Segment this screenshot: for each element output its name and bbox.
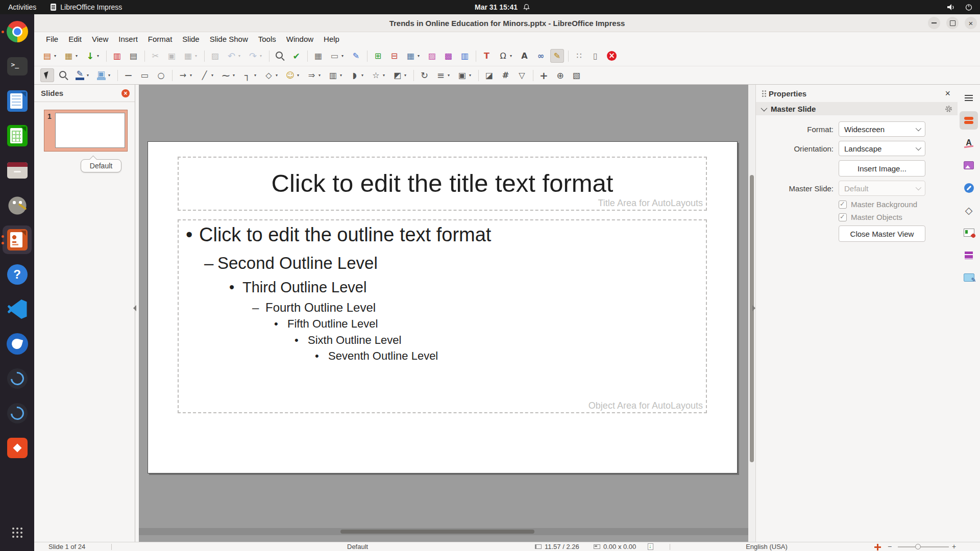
spelling-button[interactable] [289, 49, 303, 63]
format-dropdown[interactable]: Widescreen [839, 121, 925, 137]
zoom-button[interactable] [57, 68, 70, 82]
shadow-button[interactable] [482, 68, 496, 82]
panel-drag-handle-icon[interactable] [762, 90, 764, 92]
close-master-view-button[interactable]: Close Master View [839, 226, 925, 242]
title-placeholder[interactable]: Click to edit the title text format Titl… [178, 157, 707, 211]
align-button[interactable]: ▾ [434, 68, 453, 82]
curve-dropdown-arrow-icon[interactable]: ▾ [233, 73, 237, 78]
fontwork-button[interactable] [518, 49, 531, 63]
3d-objects-button[interactable]: ▾ [390, 68, 409, 82]
find-replace-button[interactable] [273, 49, 287, 63]
dock-impress[interactable] [0, 222, 34, 257]
rectangle-button[interactable] [138, 68, 152, 82]
sidebar-tab-animation[interactable] [960, 246, 978, 264]
cut-button[interactable] [149, 49, 162, 63]
menu-edit[interactable]: Edit [63, 32, 87, 45]
menu-insert[interactable]: Insert [113, 32, 143, 45]
display-views-dropdown-arrow-icon[interactable]: ▾ [341, 54, 346, 58]
connector-dropdown-arrow-icon[interactable]: ▾ [254, 73, 259, 78]
new-master-button[interactable] [371, 49, 385, 63]
paste-dropdown-arrow-icon[interactable]: ▾ [195, 54, 200, 58]
glue-points-button[interactable] [553, 68, 567, 82]
horizontal-scrollbar-thumb[interactable] [340, 530, 534, 534]
horizontal-scrollbar[interactable] [139, 528, 748, 535]
dock-terminal[interactable] [0, 49, 34, 84]
stars-dropdown-arrow-icon[interactable]: ▾ [383, 73, 387, 78]
sidebar-tab-navigator[interactable] [960, 179, 978, 197]
dock-app-circle-2[interactable] [0, 396, 34, 431]
delete-master-button[interactable] [387, 49, 401, 63]
line-ends-arrow-button[interactable]: ▾ [176, 68, 195, 82]
select-button[interactable] [40, 68, 54, 82]
stars-button[interactable]: ▾ [369, 68, 388, 82]
special-character-dropdown-arrow-icon[interactable]: ▾ [510, 54, 514, 58]
sidebar-tab-gallery[interactable] [960, 156, 978, 174]
dock-chrome[interactable] [0, 14, 34, 49]
minimize-button[interactable] [928, 17, 940, 29]
insert-table-button[interactable]: ▾ [404, 49, 423, 63]
close-button[interactable]: × [965, 17, 977, 29]
line-color-button[interactable]: ▾ [73, 68, 92, 82]
panel-collapse-handle-left[interactable] [133, 305, 136, 311]
activities-button[interactable]: Activities [8, 3, 36, 11]
edit-points-button[interactable] [537, 68, 551, 82]
fill-color-button[interactable]: ▾ [94, 68, 113, 82]
insert-text-box-button[interactable] [480, 49, 494, 63]
symbol-shapes-button[interactable]: ▾ [283, 68, 302, 82]
special-character-button[interactable]: ▾ [496, 49, 515, 63]
dock-calc[interactable] [0, 118, 34, 153]
insert-chart-button[interactable] [458, 49, 472, 63]
fill-color-dropdown-arrow-icon[interactable]: ▾ [108, 73, 113, 78]
zoom-in-button[interactable]: + [952, 542, 956, 550]
snap-to-grid-button[interactable] [572, 49, 586, 63]
insert-image-button[interactable] [425, 49, 439, 63]
insert-image-button[interactable]: Insert Image... [839, 160, 925, 177]
section-settings-gear-icon[interactable] [945, 105, 952, 113]
display-grid-button[interactable] [311, 49, 325, 63]
flowchart-button[interactable]: ▾ [326, 68, 345, 82]
menu-format[interactable]: Format [143, 32, 178, 45]
arrange-button[interactable]: ▾ [455, 68, 474, 82]
copy-button[interactable] [165, 49, 179, 63]
callouts-button[interactable]: ▾ [348, 68, 366, 82]
paste-button[interactable]: ▾ [181, 49, 200, 63]
menu-help[interactable]: Help [318, 32, 345, 45]
new-document-dropdown-arrow-icon[interactable]: ▾ [54, 54, 59, 58]
connector-button[interactable]: ▾ [240, 68, 259, 82]
master-slide-dropdown[interactable]: Default [839, 181, 925, 196]
maximize-button[interactable] [946, 17, 959, 29]
zoom-slider-knob[interactable] [915, 544, 921, 549]
menu-view[interactable]: View [87, 32, 113, 45]
dock-writer[interactable] [0, 84, 34, 118]
undo-dropdown-arrow-icon[interactable]: ▾ [238, 54, 243, 58]
dock-vscode[interactable] [0, 292, 34, 327]
orientation-dropdown[interactable]: Landscape [839, 141, 925, 156]
sidebar-tab-menu[interactable] [960, 89, 978, 107]
edit-mode-button[interactable] [349, 49, 363, 63]
sidebar-tab-master-slides[interactable] [960, 223, 978, 242]
menu-slide-show[interactable]: Slide Show [205, 32, 253, 45]
show-draw-functions-button[interactable] [550, 49, 564, 63]
clone-formatting-button[interactable] [208, 49, 222, 63]
sidebar-tab-properties[interactable] [960, 111, 978, 130]
dock-gimp[interactable] [0, 188, 34, 222]
arrange-dropdown-arrow-icon[interactable]: ▾ [469, 73, 474, 78]
master-slide-section-header[interactable]: Master Slide [756, 102, 958, 115]
open-dropdown-arrow-icon[interactable]: ▾ [76, 54, 80, 58]
vertical-scrollbar-thumb[interactable] [750, 175, 754, 462]
redo-button[interactable]: ▾ [246, 49, 265, 63]
sidebar-tab-styles[interactable]: A [960, 134, 978, 152]
title-bar[interactable]: Trends in Online Education for Minors.pp… [34, 14, 980, 32]
menu-slide[interactable]: Slide [177, 32, 204, 45]
crop-button[interactable] [499, 68, 512, 82]
clock[interactable]: Mar 31 15:41 [475, 3, 518, 11]
callouts-dropdown-arrow-icon[interactable]: ▾ [361, 73, 366, 78]
hyperlink-button[interactable] [534, 49, 548, 63]
new-document-button[interactable]: ▾ [40, 49, 59, 63]
block-arrows-button[interactable]: ▾ [305, 68, 324, 82]
close-master-view-button[interactable] [605, 49, 619, 63]
dock-files[interactable] [0, 153, 34, 188]
display-views-button[interactable]: ▾ [328, 49, 347, 63]
block-arrows-dropdown-arrow-icon[interactable]: ▾ [318, 73, 323, 78]
save-dropdown-arrow-icon[interactable]: ▾ [97, 54, 102, 58]
